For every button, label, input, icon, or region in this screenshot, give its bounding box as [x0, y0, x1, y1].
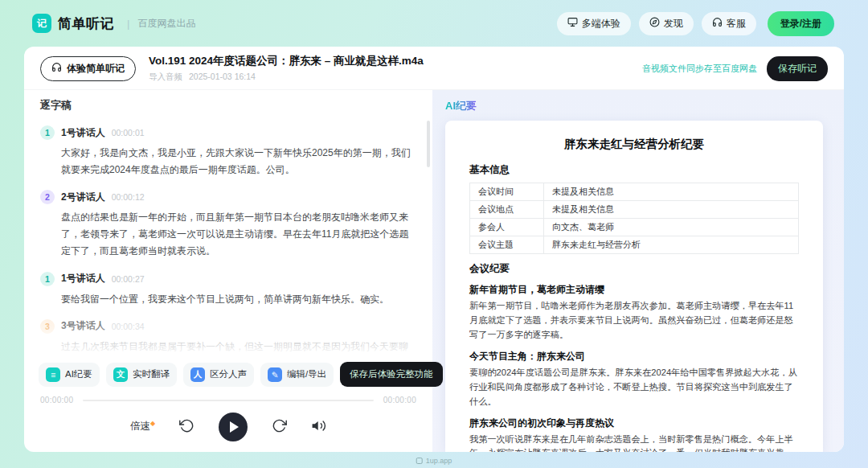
play-icon	[230, 421, 239, 433]
section-body: 新年第一期节目，咕噜米老师作为老朋友再次参加。葛老师主动请缨，早在去年11月底就…	[469, 299, 799, 343]
import-timestamp: 2025-01-03 16:14	[189, 72, 256, 83]
main-card: 体验简单听记 Vol.191 2024年度话题公司：胖东来 – 商业就是这样.m…	[24, 47, 844, 452]
speaker-name: 1号讲话人	[61, 272, 105, 285]
current-time: 00:00:00	[40, 396, 73, 404]
ai-notes-icon: ≡	[46, 367, 60, 382]
headset-icon	[712, 17, 723, 30]
speaker-name: 1号讲话人	[61, 126, 105, 140]
play-button[interactable]	[219, 413, 248, 441]
ai-summary-title: AI纪要	[445, 99, 477, 113]
file-meta: 导入音频 2025-01-03 16:14	[149, 72, 424, 83]
rewind-icon	[179, 418, 194, 436]
experience-button[interactable]: 体验简单听记	[40, 56, 136, 81]
transcript-pane-label: 逐字稿	[40, 98, 432, 113]
headphone-icon	[51, 62, 62, 75]
translate-icon: 文	[113, 367, 128, 382]
speaker-separation-button[interactable]: 人 区分人声	[183, 363, 254, 387]
ai-summary-button[interactable]: ≡ AI纪要	[39, 363, 100, 387]
realtime-translate-button[interactable]: 文 实时翻译	[106, 363, 177, 387]
speaker-name: 3号讲话人	[61, 319, 105, 333]
brand-divider: |	[127, 18, 129, 30]
file-header-actions: 音视频文件同步存至百度网盘 保存听记	[642, 56, 828, 81]
transcript-list: 1 1号讲话人 00:00:01 大家好，我是向文杰，我是小亚，先跟大家说一下新…	[24, 113, 432, 355]
sync-note: 音视频文件同步存至百度网盘	[642, 63, 757, 75]
entry-text: 大家好，我是向文杰，我是小亚，先跟大家说一下新年快乐2025年的第一期，我们就要…	[61, 145, 411, 179]
save-full-experience-button[interactable]: 保存后体验完整功能	[340, 362, 443, 387]
entry-timestamp: 00:00:12	[112, 192, 145, 202]
devices-icon	[567, 17, 578, 30]
transcript-pane: 逐字稿 1 1号讲话人 00:00:01 大家好，我是向文杰，我是小亚，先跟大家…	[24, 90, 432, 452]
speaker-badge: 1	[40, 125, 55, 140]
file-title-block: Vol.191 2024年度话题公司：胖东来 – 商业就是这样.m4a 导入音频…	[149, 54, 424, 83]
table-row: 会议主题 胖东来走红与经营分析	[470, 236, 799, 254]
entry-timestamp: 00:00:34	[112, 322, 145, 331]
volume-button[interactable]	[311, 418, 326, 436]
top-bar: 记 简单听记 | 百度网盘出品 多端体验 发现 客服 登录/注册	[0, 0, 868, 47]
vip-diamond-icon: ◆	[150, 420, 155, 427]
brand-subtitle: 百度网盘出品	[137, 17, 195, 31]
speaker-name: 2号讲话人	[61, 191, 105, 204]
summary-document: 胖东来走红与经营分析纪要 基本信息 会议时间 未提及相关信息 会议地点 未提及相…	[445, 121, 823, 452]
player-controls: 倍速◆	[24, 404, 432, 452]
login-register-button[interactable]: 登录/注册	[768, 11, 834, 36]
entry-timestamp: 00:00:01	[112, 128, 145, 138]
edit-export-icon: ✎	[268, 367, 282, 382]
ai-summary-pane: AI纪要 胖东来走红与经营分析纪要 基本信息 会议时间 未提及相关信息 会议地点…	[432, 90, 844, 452]
speaker-badge: 1	[40, 272, 55, 286]
watermark: 1up.app	[416, 457, 452, 465]
progress-bar[interactable]	[83, 400, 373, 401]
minutes-heading: 会议纪要	[469, 262, 799, 276]
summary-doc-title: 胖东来走红与经营分析纪要	[469, 137, 799, 152]
edit-export-button[interactable]: ✎ 编辑/导出	[260, 363, 334, 387]
app-title: 简单听记	[58, 14, 114, 33]
speaker-separation-icon: 人	[190, 367, 205, 382]
transcript-entry[interactable]: 3 3号讲话人 00:00:34 过去几次我来节目我都是属于要补一个缺，但这一期…	[40, 319, 411, 355]
entry-text: 要给我留一个位置，我要来这个节目上说两句，简单讲两句新年快乐。确实。	[61, 291, 411, 308]
section-heading: 新年首期节目，葛老师主动请缨	[469, 283, 799, 297]
basic-info-heading: 基本信息	[469, 163, 799, 177]
content-split: 逐字稿 1 1号讲话人 00:00:01 大家好，我是向文杰，我是小亚，先跟大家…	[24, 90, 844, 452]
support-button[interactable]: 客服	[702, 12, 756, 35]
brand: 记 简单听记 | 百度网盘出品	[32, 14, 195, 33]
section-body: 要聊的2024年度话题公司是胖东来。胖东来在2024年给中国零售界掀起大水花，从…	[469, 366, 799, 409]
app-logo-icon: 记	[32, 14, 51, 33]
transcript-scrollbar[interactable]	[427, 121, 430, 167]
top-nav: 多端体验 发现 客服 登录/注册	[557, 11, 834, 36]
entry-text: 盘点的结果也是新一年的开始，而且新年第一期节目本台的老朋友咕噜米老师又来了，老领…	[61, 209, 411, 260]
speaker-badge: 2	[40, 190, 55, 204]
playback-progress: 00:00:00 00:00:00	[24, 393, 432, 404]
feature-toolbar: ≡ AI纪要 文 实时翻译 人 区分人声 ✎ 编辑/导出 保存后体验完整功能	[24, 355, 432, 393]
discover-icon	[649, 17, 660, 30]
watermark-icon	[416, 458, 423, 464]
volume-icon	[311, 418, 326, 436]
import-source-label: 导入音频	[149, 72, 182, 83]
speaker-badge: 3	[40, 319, 55, 334]
forward-button[interactable]	[272, 418, 287, 436]
table-row: 参会人 向文杰、葛老师	[470, 219, 799, 236]
entry-timestamp: 00:00:27	[112, 274, 145, 284]
section-heading: 今天节目主角：胖东来公司	[469, 350, 799, 363]
table-row: 会议地点 未提及相关信息	[470, 201, 799, 219]
table-row: 会议时间 未提及相关信息	[470, 183, 799, 201]
multi-device-button[interactable]: 多端体验	[557, 12, 631, 35]
section-heading: 胖东来公司的初次印象与再度热议	[469, 417, 799, 430]
playback-speed-button[interactable]: 倍速◆	[130, 420, 155, 433]
discover-button[interactable]: 发现	[639, 12, 694, 35]
basic-info-table: 会议时间 未提及相关信息 会议地点 未提及相关信息 参会人 向文杰、葛老师	[469, 183, 799, 254]
file-title: Vol.191 2024年度话题公司：胖东来 – 商业就是这样.m4a	[149, 54, 424, 68]
forward-icon	[272, 418, 287, 436]
transcript-entry[interactable]: 1 1号讲话人 00:00:01 大家好，我是向文杰，我是小亚，先跟大家说一下新…	[40, 125, 411, 179]
save-transcript-button[interactable]: 保存听记	[767, 56, 828, 81]
entry-text: 过去几次我来节目我都是属于要补一个缺，但这一期明显就不是因为我们今天要聊的这个年…	[61, 339, 411, 355]
total-time: 00:00:00	[383, 396, 416, 404]
file-header: 体验简单听记 Vol.191 2024年度话题公司：胖东来 – 商业就是这样.m…	[24, 47, 844, 90]
transcript-entry[interactable]: 1 1号讲话人 00:00:27 要给我留一个位置，我要来这个节目上说两句，简单…	[40, 272, 411, 308]
section-body: 我第一次听说胖东来是在几年前杂志选题会上，当时新零售是热门概念。今年上半年，永辉…	[469, 433, 799, 452]
transcript-entry[interactable]: 2 2号讲话人 00:00:12 盘点的结果也是新一年的开始，而且新年第一期节目…	[40, 190, 411, 260]
rewind-button[interactable]	[179, 418, 194, 436]
